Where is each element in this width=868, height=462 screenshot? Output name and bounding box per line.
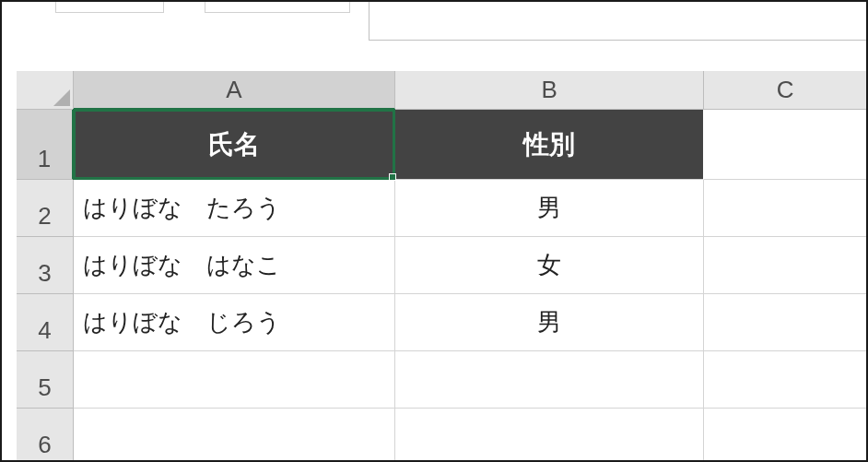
cell-a2[interactable]: はりぼな たろう xyxy=(74,180,395,237)
column-header-a[interactable]: A xyxy=(74,71,395,110)
cell-a3[interactable]: はりぼな はなこ xyxy=(74,237,395,294)
cell-c1[interactable] xyxy=(704,110,866,180)
cell-b3[interactable]: 女 xyxy=(395,237,704,294)
cell-b1[interactable]: 性別 xyxy=(395,110,704,180)
column-header-c[interactable]: C xyxy=(704,71,866,110)
cell-c5[interactable] xyxy=(704,351,866,409)
cell-c4[interactable] xyxy=(704,294,866,351)
row-header-4[interactable]: 4 xyxy=(17,294,74,351)
cell-c2[interactable] xyxy=(704,180,866,237)
row-header-2[interactable]: 2 xyxy=(17,180,74,237)
ribbon-fragment-2 xyxy=(205,2,350,13)
grid-row-4: 4 はりぼな じろう 男 xyxy=(17,294,866,351)
cell-a5[interactable] xyxy=(74,351,395,409)
grid-row-6: 6 xyxy=(17,409,866,462)
cell-b4[interactable]: 男 xyxy=(395,294,704,351)
column-header-b[interactable]: B xyxy=(395,71,704,110)
cell-a6[interactable] xyxy=(74,409,395,462)
cell-b5[interactable] xyxy=(395,351,704,409)
spreadsheet-grid: A B C 1 氏名 性別 2 はりぼな たろう 男 3 はりぼな はなこ 女 … xyxy=(17,71,866,460)
select-all-corner[interactable] xyxy=(17,71,74,110)
row-header-1[interactable]: 1 xyxy=(17,110,74,180)
ribbon-fragment-1 xyxy=(55,2,164,13)
cell-b2[interactable]: 男 xyxy=(395,180,704,237)
row-header-6[interactable]: 6 xyxy=(17,409,74,462)
cell-a1[interactable]: 氏名 xyxy=(74,110,395,180)
ribbon-panel-fragment xyxy=(369,2,868,41)
grid-row-1: 1 氏名 性別 xyxy=(17,110,866,180)
row-header-5[interactable]: 5 xyxy=(17,351,74,409)
cell-c3[interactable] xyxy=(704,237,866,294)
row-header-3[interactable]: 3 xyxy=(17,237,74,294)
grid-row-3: 3 はりぼな はなこ 女 xyxy=(17,237,866,294)
grid-row-5: 5 xyxy=(17,351,866,409)
cell-c6[interactable] xyxy=(704,409,866,462)
grid-row-2: 2 はりぼな たろう 男 xyxy=(17,180,866,237)
cell-a4[interactable]: はりぼな じろう xyxy=(74,294,395,351)
cell-b6[interactable] xyxy=(395,409,704,462)
column-headers-row: A B C xyxy=(17,71,866,110)
